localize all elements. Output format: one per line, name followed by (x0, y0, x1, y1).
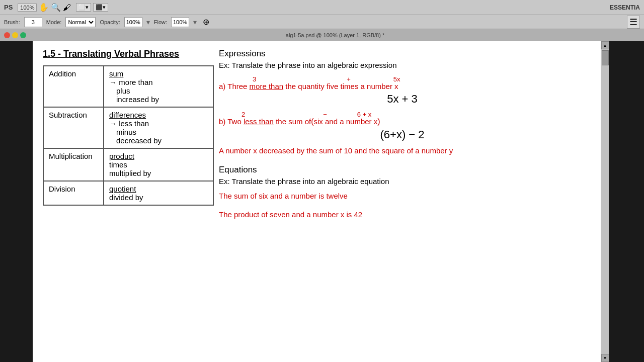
scroll-up-arrow[interactable]: ▲ (601, 41, 609, 49)
equations-sub: Ex: Translate the phrase into an algebra… (219, 177, 586, 186)
hand-tool-icon[interactable]: ✋ (39, 3, 49, 12)
word-minus: minus (116, 128, 136, 136)
zoom-tool-icon[interactable]: 🔍 (51, 3, 61, 12)
less-than-underline: less than (244, 117, 274, 126)
multiplication-label: Multiplication (43, 148, 104, 181)
example-c: A number x decreased by the sum of 10 an… (219, 146, 586, 155)
eq-example-b: The product of seven and a number x is 4… (219, 210, 586, 219)
scroll-down-arrow[interactable]: ▼ (601, 354, 609, 362)
content-wrapper: 1.5 - Translating Verbal Phrases Additio… (0, 41, 644, 362)
example-b-answer: (6+x) − 2 (219, 128, 586, 141)
word-product: product (109, 152, 134, 160)
right-content-panel: Expressions Ex: Translate the phrase int… (219, 49, 601, 224)
table-row-subtraction: Subtraction differences → less than minu… (43, 107, 213, 148)
table-row-addition: Addition sum → more than plus increased … (43, 66, 213, 107)
brush-label: Brush: (4, 19, 20, 25)
top-toolbar: PS 100% ✋ 🔍 🖌 ⬜▾ ⬛▾ ESSENTIA (0, 0, 644, 15)
arrange-dropdown[interactable]: ⬛▾ (93, 3, 108, 12)
airbrush-icon[interactable]: ⊕ (203, 17, 209, 27)
word-plus: plus (116, 86, 130, 95)
window-title-bar: alg1-5a.psd @ 100% (Layer 1, RGB/8) * (0, 29, 644, 41)
mode-select[interactable]: Normal Multiply Screen (65, 17, 96, 27)
example-b-text: b) Two less than the sum of(six and a nu… (219, 117, 586, 126)
word-decreased-by: decreased by (116, 136, 162, 145)
expressions-heading: Expressions (219, 49, 586, 59)
word-sum: sum (109, 69, 123, 78)
example-a-answer: 5x + 3 (219, 93, 586, 106)
opacity-label: Opacity: (100, 19, 120, 25)
example-a: 3 + 5x a) Three more than the quantity f… (219, 75, 586, 106)
division-words: quotient divided by (104, 181, 213, 205)
flow-label: Flow: (154, 19, 167, 25)
flow-input[interactable] (171, 17, 189, 27)
more-than-underline: more than (250, 82, 284, 90)
word-quotient: quotient (109, 185, 136, 193)
word-increased-by: increased by (116, 95, 159, 104)
operations-table: Addition sum → more than plus increased … (43, 65, 214, 206)
second-toolbar: Brush: Mode: Normal Multiply Screen Opac… (0, 15, 644, 29)
ps-icon: PS (4, 4, 13, 11)
opacity-input[interactable] (124, 17, 142, 27)
word-multiplied-by: multiplied by (109, 169, 151, 177)
toolbar-group-zoom: 100% ✋ 🔍 🖌 (18, 3, 71, 12)
division-label: Division (43, 181, 104, 205)
document-title: alg1-5a.psd @ 100% (Layer 1, RGB/8) * (286, 32, 384, 38)
word-divided-by: divided by (109, 193, 143, 202)
minimize-button[interactable] (12, 32, 18, 38)
document-area: 1.5 - Translating Verbal Phrases Additio… (33, 41, 601, 362)
subtraction-words: differences → less than minus decreased … (104, 107, 213, 148)
scroll-thumb[interactable] (602, 50, 609, 65)
mode-label: Mode: (46, 19, 62, 25)
addition-words: sum → more than plus increased by (104, 66, 213, 107)
word-differences: differences (109, 111, 146, 119)
example-b: 2 − 6 + x b) Two less than the sum of(si… (219, 111, 586, 141)
toolbar-group-view: ⬜▾ ⬛▾ (76, 3, 108, 12)
maximize-button[interactable] (20, 32, 26, 38)
traffic-lights (4, 32, 26, 38)
layers-icon[interactable]: ☰ (627, 16, 640, 29)
zoom-dropdown[interactable]: 100% (18, 4, 37, 12)
expressions-sub: Ex: Translate the phrase into an algebra… (219, 61, 586, 69)
brush-tool-icon[interactable]: 🖌 (63, 3, 71, 12)
left-panel (0, 41, 33, 362)
word-more-than: more than (119, 78, 153, 86)
equations-heading: Equations (219, 165, 586, 175)
arrow-subtraction: → (109, 119, 117, 128)
opacity-arrow[interactable]: ▾ (146, 18, 150, 26)
close-button[interactable] (4, 32, 10, 38)
equations-section: Equations Ex: Translate the phrase into … (219, 165, 586, 219)
multiplication-words: product times multiplied by (104, 148, 213, 181)
eq-b-text: The product of seven and a number x is 4… (219, 210, 586, 219)
table-row-division: Division quotient divided by (43, 181, 213, 205)
brush-size-input[interactable] (24, 17, 42, 27)
table-row-multiplication: Multiplication product times multiplied … (43, 148, 213, 181)
vertical-scrollbar: ▲ ▼ (601, 41, 609, 362)
word-times: times (109, 160, 127, 169)
example-c-text: A number x decreased by the sum of 10 an… (219, 146, 586, 155)
eq-example-a: The sum of six and a number is twelve (219, 192, 586, 200)
word-less-than: less than (119, 119, 149, 128)
subtraction-label: Subtraction (43, 107, 104, 148)
right-panel (609, 41, 644, 362)
arrow-addition: → (109, 78, 117, 86)
addition-label: Addition (43, 66, 104, 107)
view-dropdown[interactable]: ⬜▾ (76, 3, 91, 12)
brand-label: ESSENTIA (610, 4, 640, 11)
eq-a-text: The sum of six and a number is twelve (219, 192, 586, 200)
example-a-text: a) Three more than the quantity five tim… (219, 82, 586, 90)
flow-arrow[interactable]: ▾ (193, 18, 197, 26)
